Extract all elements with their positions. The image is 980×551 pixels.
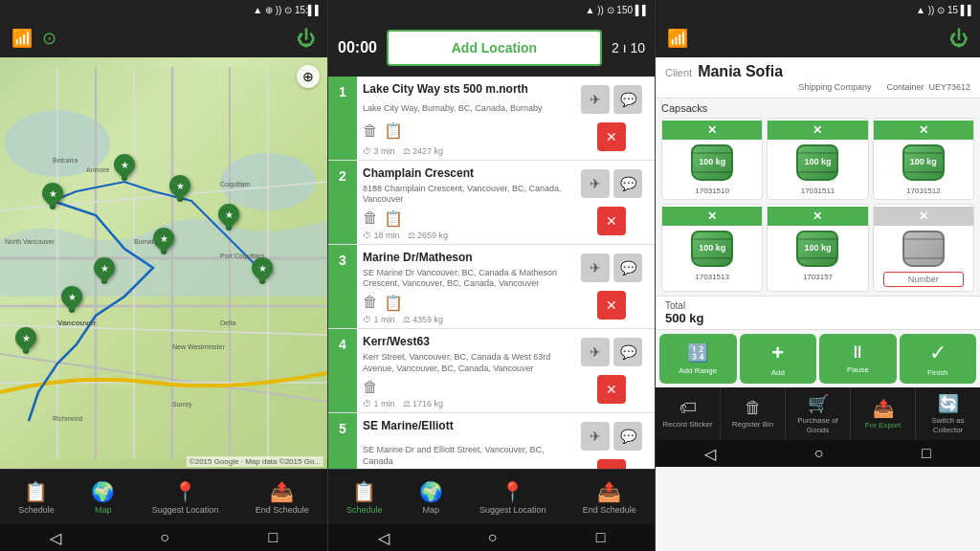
compass[interactable]: ⊕ bbox=[297, 65, 320, 88]
client-meta: Shipping Company Container UEY73612 bbox=[665, 82, 970, 92]
list-home-btn[interactable]: ○ bbox=[488, 529, 498, 546]
drum-2: 100 kg bbox=[796, 144, 838, 181]
send-btn-5[interactable]: ✈ bbox=[581, 422, 610, 451]
client-nav-record[interactable]: 🏷 Record Sticker bbox=[656, 387, 721, 440]
route-actions-2: 🗑 📋 bbox=[363, 209, 563, 228]
list-status-icons: ▲ )) ⊙ 150 ▌▌ bbox=[585, 5, 649, 15]
list-nav-end[interactable]: 📤 End Schedule bbox=[575, 476, 644, 518]
back-btn[interactable]: ◁ bbox=[50, 529, 61, 547]
msg-btn-5[interactable]: 💬 bbox=[613, 422, 642, 451]
nav-suggest[interactable]: 📍 Suggest Location bbox=[145, 476, 227, 518]
drum-6 bbox=[902, 231, 945, 267]
drum-label-4: 100 kg bbox=[699, 244, 725, 253]
map-pin-1[interactable]: ★ bbox=[42, 183, 63, 209]
delete-icon-1[interactable]: 🗑 bbox=[363, 122, 378, 140]
copy-icon-3[interactable]: 📋 bbox=[384, 294, 403, 312]
switch-icon: 🔄 bbox=[938, 393, 959, 414]
capsack-header-2[interactable]: ✕ bbox=[768, 121, 867, 140]
route-btns-3: ✈ 💬 ✕ bbox=[568, 245, 655, 328]
copy-icon-1[interactable]: 📋 bbox=[384, 121, 403, 140]
route-address-2: 8188 Champlain Crescent, Vancouver, BC, … bbox=[363, 184, 563, 206]
map-pin-9[interactable]: ★ bbox=[252, 257, 273, 284]
delete-icon-2[interactable]: 🗑 bbox=[363, 209, 378, 227]
send-btn-3[interactable]: ✈ bbox=[581, 253, 610, 282]
send-btn-2[interactable]: ✈ bbox=[581, 169, 610, 198]
map-background: North Vancouver Burnaby Vancouver New We… bbox=[0, 57, 327, 469]
client-back-btn[interactable]: ◁ bbox=[704, 445, 716, 463]
map-pin-3[interactable]: ★ bbox=[169, 175, 190, 202]
client-nav-export[interactable]: 📤 For Export bbox=[851, 387, 916, 440]
map-pin-6[interactable]: ★ bbox=[61, 286, 82, 313]
map-pin-7[interactable]: ★ bbox=[15, 327, 36, 354]
client-nav-switch[interactable]: 🔄 Switch as Collector bbox=[916, 387, 980, 440]
add-location-button[interactable]: Add Location bbox=[387, 30, 602, 66]
capsack-header-3[interactable]: ✕ bbox=[874, 121, 973, 140]
capsack-x-2: ✕ bbox=[813, 123, 822, 137]
list-bottom-nav: 📋 Schedule 🌍 Map 📍 Suggest Location 📤 En… bbox=[328, 469, 655, 524]
client-home-btn[interactable]: ○ bbox=[814, 445, 824, 462]
svg-text:Anmore: Anmore bbox=[86, 166, 110, 173]
msg-btn-3[interactable]: 💬 bbox=[613, 253, 642, 282]
send-btn-1[interactable]: ✈ bbox=[581, 85, 610, 114]
nav-schedule[interactable]: 📋 Schedule bbox=[11, 476, 62, 518]
capsack-img-6 bbox=[902, 230, 946, 268]
home-btn[interactable]: ○ bbox=[160, 529, 169, 546]
remove-btn-1[interactable]: ✕ bbox=[597, 122, 626, 151]
capsack-header-4[interactable]: ✕ bbox=[662, 207, 762, 226]
add-button[interactable]: + Add bbox=[740, 334, 817, 384]
power-icon[interactable]: ⏻ bbox=[297, 28, 316, 50]
add-range-icon: 🔢 bbox=[687, 342, 708, 364]
remove-btn-2[interactable]: ✕ bbox=[597, 207, 626, 235]
map-pin-5[interactable]: ★ bbox=[94, 257, 115, 284]
capsack-header-6[interactable]: ✕ bbox=[874, 207, 973, 226]
capsack-header-5[interactable]: ✕ bbox=[768, 207, 867, 226]
switch-label: Switch as Collector bbox=[918, 416, 978, 434]
map-toolbar: 📶 ⊙ ⏻ bbox=[0, 19, 327, 57]
route-title-1: Lake City Way sts 500 m.north bbox=[363, 82, 563, 98]
remove-btn-3[interactable]: ✕ bbox=[597, 291, 626, 320]
system-bar-client: ◁ ○ □ bbox=[656, 440, 980, 467]
msg-btn-1[interactable]: 💬 bbox=[613, 85, 642, 114]
time-display: 00:00 bbox=[338, 39, 377, 56]
nav-end[interactable]: 📤 End Schedule bbox=[248, 476, 317, 518]
route-num-3: 3 bbox=[328, 245, 357, 328]
map-pin-4[interactable]: ★ bbox=[153, 228, 174, 254]
client-actions: 🔢 Add Range + Add ⏸ Pause ✓ Finish bbox=[656, 330, 980, 387]
client-nav-register[interactable]: 🗑 Register Bin bbox=[721, 387, 786, 440]
client-power-icon[interactable]: ⏻ bbox=[949, 28, 969, 50]
send-btn-4[interactable]: ✈ bbox=[581, 338, 610, 366]
delete-icon-4[interactable]: 🗑 bbox=[363, 379, 378, 396]
client-recent-btn[interactable]: □ bbox=[922, 445, 931, 462]
map-svg: North Vancouver Burnaby Vancouver New We… bbox=[0, 57, 327, 469]
map-pin-2[interactable]: ★ bbox=[114, 154, 135, 181]
list-nav-suggest[interactable]: 📍 Suggest Location bbox=[472, 476, 554, 518]
remove-btn-5[interactable]: ✕ bbox=[597, 459, 626, 469]
list-nav-schedule[interactable]: 📋 Schedule bbox=[339, 476, 390, 518]
map-area[interactable]: North Vancouver Burnaby Vancouver New We… bbox=[0, 57, 327, 469]
add-range-button[interactable]: 🔢 Add Range bbox=[659, 334, 737, 384]
delete-icon-3[interactable]: 🗑 bbox=[363, 294, 378, 311]
map-panel: ▲ ⊕ )) ⊙ 15:▌▌ 📶 ⊙ ⏻ bbox=[0, 0, 327, 551]
list-toolbar: 00:00 Add Location 2 ı 10 bbox=[328, 19, 655, 77]
pause-button[interactable]: ⏸ Pause bbox=[819, 334, 897, 384]
route-num-2: 2 bbox=[328, 161, 357, 244]
client-nav-purchase[interactable]: 🛒 Purchase of Goods bbox=[786, 387, 851, 440]
msg-btn-2[interactable]: 💬 bbox=[613, 169, 642, 198]
map-pin-8[interactable]: ★ bbox=[218, 204, 239, 231]
recent-btn[interactable]: □ bbox=[269, 529, 278, 546]
capsack-x-1: ✕ bbox=[707, 123, 717, 137]
list-back-btn[interactable]: ◁ bbox=[378, 529, 390, 547]
finish-button[interactable]: ✓ Finish bbox=[900, 334, 977, 384]
list-nav-map[interactable]: 🌍 Map bbox=[412, 476, 451, 518]
remove-btn-4[interactable]: ✕ bbox=[597, 375, 626, 404]
capsack-header-1[interactable]: ✕ bbox=[662, 121, 762, 140]
route-content-5: SE Marine/Elliott SE Marine Dr and Ellio… bbox=[357, 413, 568, 469]
list-suggest-icon: 📍 bbox=[501, 480, 524, 503]
list-recent-btn[interactable]: □ bbox=[596, 529, 606, 546]
drum-5: 100 kg bbox=[796, 231, 838, 267]
nav-map[interactable]: 🌍 Map bbox=[83, 476, 122, 518]
copy-icon-2[interactable]: 📋 bbox=[384, 209, 403, 228]
msg-btn-4[interactable]: 💬 bbox=[613, 338, 642, 366]
route-title-4: Kerr/West63 bbox=[363, 335, 563, 350]
capsack-number-input[interactable] bbox=[883, 272, 963, 287]
